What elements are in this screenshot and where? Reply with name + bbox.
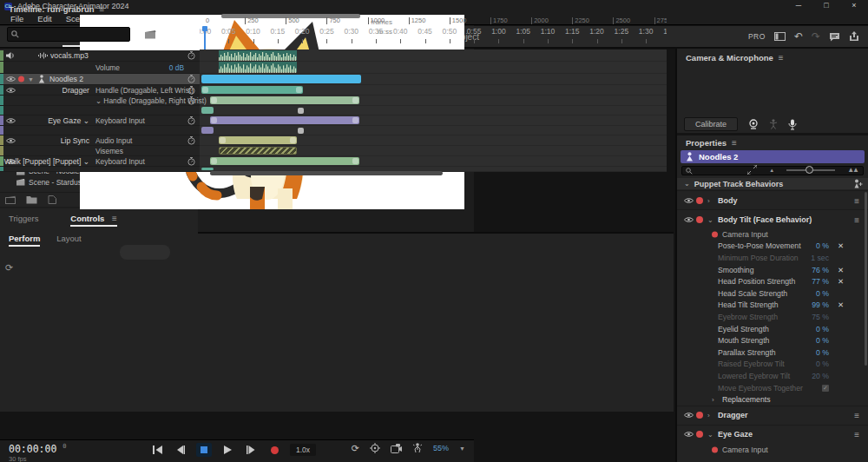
track-label-dragger-left[interactable]: DraggerHandle (Draggable, Left Wrist)	[0, 85, 200, 96]
selected-puppet-row[interactable]: Noodles 2	[681, 150, 865, 163]
track-label-vocals[interactable]: vocals.mp3	[0, 50, 200, 62]
remove-param-icon[interactable]: ✕	[838, 241, 844, 250]
scene-filter-icon[interactable]	[144, 30, 156, 39]
close-button[interactable]: ×	[840, 0, 868, 12]
take-bar[interactable]	[210, 116, 359, 124]
audio-waveform-take[interactable]	[219, 62, 297, 72]
playhead[interactable]	[204, 26, 206, 50]
stopwatch-icon[interactable]	[187, 86, 195, 95]
behaviors-section-header[interactable]: ⌄ Puppet Track Behaviors	[677, 178, 868, 189]
param-value[interactable]: 0 %	[816, 360, 829, 368]
frame-forward-button[interactable]	[243, 443, 259, 457]
webcam-icon[interactable]	[748, 119, 759, 129]
behavior-row[interactable]: ⌄Body Tilt (Face Behavior)≡	[677, 209, 868, 228]
param-value[interactable]: 76 %	[812, 266, 829, 274]
track-lane-dragger-right[interactable]	[200, 96, 667, 106]
timeline-zoom-slider[interactable]	[786, 166, 835, 175]
track-lane-visemes[interactable]	[200, 146, 667, 156]
add-behavior-icon[interactable]	[853, 179, 863, 188]
property-row[interactable]: Minimum Pose Duration1 sec	[677, 252, 868, 264]
behavior-menu-icon[interactable]: ≡	[854, 430, 859, 439]
track-lane-vocals[interactable]	[200, 50, 667, 62]
stopwatch-icon[interactable]	[187, 157, 195, 166]
track-lane-noodles[interactable]	[200, 74, 667, 85]
panel-layout-icon[interactable]	[774, 32, 786, 41]
take-handle[interactable]	[220, 137, 226, 143]
timeline-menu-icon[interactable]: ≡	[100, 4, 105, 14]
take-bar[interactable]	[210, 157, 359, 165]
track-label-dragger-right[interactable]: ⌄ Handle (Draggable, Right Wrist)	[0, 96, 200, 106]
arm-record-dot[interactable]	[696, 431, 703, 438]
behavior-row[interactable]: ›Body≡	[677, 190, 868, 209]
tab-triggers[interactable]: Triggers	[9, 214, 39, 223]
track-lane-walk[interactable]	[200, 156, 667, 167]
loop-icon[interactable]: ⟳	[352, 443, 359, 453]
track-label-eyegaze-keys[interactable]	[0, 126, 200, 135]
zoom-in-icon[interactable]: ▲▲	[847, 166, 858, 174]
tab-controls[interactable]: Controls ≡	[70, 214, 117, 227]
properties-menu-icon[interactable]: ≡	[732, 138, 737, 148]
stopwatch-icon[interactable]	[187, 116, 195, 125]
record-button[interactable]	[266, 443, 282, 457]
take-handle[interactable]	[296, 87, 302, 93]
keyframe-handle[interactable]	[298, 108, 304, 114]
track-label-lipsync[interactable]: Lip SyncAudio Input	[0, 135, 200, 146]
stopwatch-icon[interactable]	[187, 96, 195, 105]
chevron-icon[interactable]: ›	[712, 396, 714, 404]
behavior-menu-icon[interactable]: ≡	[854, 214, 859, 224]
take-bar[interactable]	[201, 107, 214, 114]
undo-icon[interactable]: ↶	[794, 31, 803, 42]
property-row[interactable]: Lowered Eyebrow Tilt20 %	[677, 370, 868, 382]
minimize-button[interactable]: ─	[785, 0, 812, 12]
viewport-zoom-level[interactable]: 55%	[433, 444, 449, 452]
param-value[interactable]: 99 %	[812, 300, 829, 309]
fit-timeline-icon[interactable]	[747, 165, 757, 175]
track-lane-dragger-keys[interactable]	[200, 106, 667, 116]
play-button[interactable]	[220, 443, 235, 457]
property-row[interactable]: Parallax Strength0 %	[677, 346, 868, 359]
stopwatch-icon[interactable]	[187, 136, 195, 145]
eye-icon[interactable]	[684, 412, 694, 419]
controls-menu-icon[interactable]: ≡	[112, 214, 117, 223]
take-handle[interactable]	[211, 158, 217, 164]
take-bar[interactable]	[201, 86, 303, 94]
track-lane-dragger-left[interactable]	[200, 85, 667, 96]
frame-back-button[interactable]	[173, 443, 188, 457]
stopwatch-icon[interactable]	[187, 75, 195, 83]
take-bar[interactable]	[201, 75, 361, 83]
eye-icon[interactable]	[684, 432, 694, 438]
property-row[interactable]: Head Scale Strength0 %	[677, 287, 868, 300]
go-to-start-button[interactable]	[149, 443, 165, 457]
new-scene-icon[interactable]	[5, 195, 16, 204]
tab-perform[interactable]: Perform	[9, 234, 40, 247]
arm-record-dot[interactable]	[696, 216, 703, 223]
take-bar[interactable]	[219, 136, 297, 144]
stop-button[interactable]	[196, 443, 212, 457]
param-value[interactable]: 77 %	[812, 277, 829, 286]
property-row[interactable]: Camera Input	[677, 228, 868, 241]
behavior-menu-icon[interactable]: ≡	[854, 195, 859, 205]
param-value[interactable]: 75 %	[812, 313, 829, 321]
take-handle[interactable]	[290, 137, 296, 143]
new-folder-icon[interactable]	[26, 195, 37, 204]
chevron-down-icon[interactable]: ▼	[28, 76, 34, 82]
eye-icon[interactable]	[6, 76, 16, 82]
track-label-dragger-keys[interactable]	[0, 106, 200, 116]
track-label-visemes[interactable]: Visemes	[0, 146, 200, 156]
take-handle[interactable]	[211, 117, 217, 123]
property-row[interactable]: Camera Input	[677, 444, 868, 456]
property-row[interactable]: Raised Eyebrow Tilt0 %	[677, 359, 868, 371]
new-item-icon[interactable]	[48, 195, 56, 204]
chevron-icon[interactable]: ⌄	[707, 431, 713, 439]
track-lane-eyegaze[interactable]	[200, 116, 667, 126]
property-row[interactable]: Head Position Strength77 %✕	[677, 275, 868, 287]
behavior-row[interactable]: ›Dragger≡	[677, 406, 868, 425]
take-handle[interactable]	[352, 158, 358, 164]
behavior-row[interactable]: ⌄Eye Gaze≡	[677, 425, 868, 444]
property-row[interactable]: Move Eyebrows Together✓	[677, 382, 868, 394]
visemes-take[interactable]	[219, 147, 297, 155]
eye-icon[interactable]	[684, 197, 694, 203]
share-icon[interactable]	[849, 31, 859, 42]
arm-record-dot[interactable]	[696, 412, 703, 419]
track-lane-volume[interactable]	[200, 62, 667, 74]
